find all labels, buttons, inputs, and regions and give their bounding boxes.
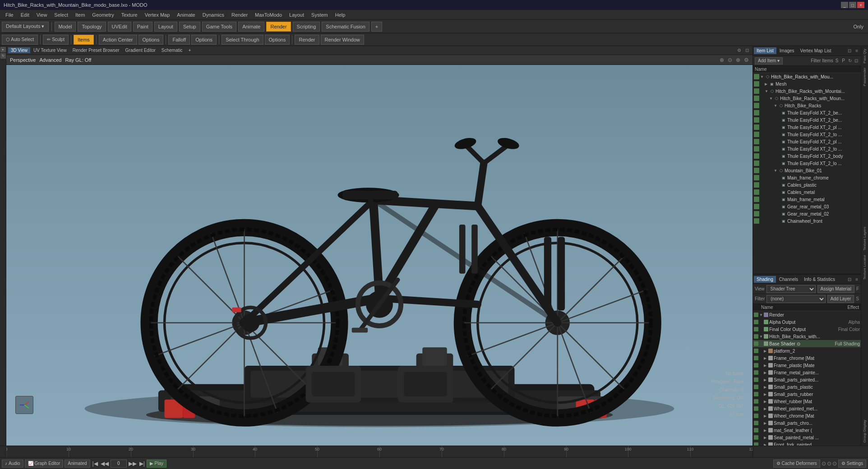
vtab-pass-qty[interactable]: Pass Qty [862,47,868,65]
item-text-17[interactable]: Main_frame_metal [787,197,860,202]
item-text-4[interactable]: Hitch_Bike_Racks [785,103,860,108]
vis-btn-2[interactable] [754,88,759,94]
shade-name-hitch[interactable]: Hitch_Bike_Racks_with... [769,334,824,339]
shade-vis-render[interactable] [754,313,758,317]
menu-item[interactable]: Item [72,11,88,18]
shade-name-wp[interactable]: Wheel_painted_met... [774,406,824,411]
shade-name-base[interactable]: Base Shader ⊙ [769,341,824,346]
panel-icon1[interactable]: ↻ [847,58,853,63]
add-item-btn[interactable]: Add Item ▾ [755,57,783,64]
item-row-7[interactable]: ▣ Thule EasyFold XT_2_pl ... [753,124,861,131]
animated-btn[interactable]: Animated [65,460,90,468]
vis-btn-9[interactable] [754,139,759,144]
shade-name-fm[interactable]: Frame_metal_painte... [774,370,824,375]
item-row-20[interactable]: ▣ Chainwheel_front [753,217,861,225]
assign-material-btn[interactable]: Assign Material [817,285,854,293]
tab-uv-texture[interactable]: UV Texture View [31,47,69,53]
shade-vis-plat[interactable] [754,349,758,353]
menu-dynamics[interactable]: Dynamics [199,11,228,18]
shade-expand-plat[interactable]: ▶ [764,349,768,353]
vis-btn-11[interactable] [754,153,759,159]
item-row-15[interactable]: ▣ Cables_plastic [753,181,861,189]
shade-name-wr[interactable]: Wheel_rubber [Mat [774,399,824,404]
plus-tab[interactable]: + [371,22,382,32]
settings-btn[interactable]: ⚙ Settings [838,460,866,468]
vis-btn-3[interactable] [754,96,759,101]
tab-vertex-map-list[interactable]: Vertex Map List [798,47,834,54]
perspective-label[interactable]: Perspective [10,57,36,63]
viewport-maximize-btn[interactable]: ⊡ [743,48,751,53]
raygl-label[interactable]: Ray GL: Off [65,57,91,63]
shade-vis-sl[interactable] [754,428,758,432]
shading-row-frame-metal[interactable]: ▶ Frame_metal_painte... [753,369,861,376]
shade-expand-render[interactable]: ▼ [759,313,764,317]
item-row-9[interactable]: ▣ Thule EasyFold XT_2_pl ... [753,138,861,145]
item-text-13[interactable]: Mountain_Bike_01 [785,168,860,173]
tab-info-statistics[interactable]: Info & Statistics [801,276,838,283]
item-row-12[interactable]: ▣ Thule EasyFold XT_2_lo ... [753,160,861,167]
shade-expand-wr[interactable]: ▶ [764,400,768,404]
shade-name-sm[interactable]: Seat_painted_metal ... [774,435,824,440]
shade-vis-final[interactable] [754,327,758,331]
shader-tree-dropdown[interactable]: Shader Tree [766,285,816,293]
shading-row-alpha[interactable]: Alpha Output Alpha [753,318,861,326]
vis-btn-17[interactable] [754,197,759,202]
item-text-20[interactable]: Chainwheel_front [787,219,860,224]
item-text-8[interactable]: Thule EasyFold XT_2_to ... [787,132,860,137]
shade-expand-hitch[interactable]: ▼ [759,335,764,339]
expand-3[interactable]: ▼ [769,97,774,101]
shade-vis-fp[interactable] [754,363,758,368]
shade-expand-sl[interactable]: ▶ [764,428,768,432]
item-row-13[interactable]: ▼ ⬡ Mountain_Bike_01 [753,167,861,174]
vtab-texture-layers[interactable]: Texture Layers [862,225,868,252]
shade-vis-fc[interactable] [754,356,758,360]
shading-row-front-fork[interactable]: ▶ Front_fork_painted ... [753,441,861,446]
cache-deformers-btn[interactable]: ⚙ Cache Deformers [773,460,820,468]
options3-btn[interactable]: Options [265,35,290,45]
shade-vis-fm[interactable] [754,370,758,375]
shade-name-render[interactable]: Render [769,313,824,317]
vis-btn-8[interactable] [754,132,759,137]
transport-2[interactable]: ⊙ [827,460,831,467]
vis-btn-1[interactable] [754,81,759,87]
render-tab[interactable]: Render [266,22,291,32]
shade-expand-sm[interactable]: ▶ [764,436,768,440]
scripting-tab[interactable]: Scripting [293,22,320,32]
vis-btn-12[interactable] [754,161,759,166]
item-row-18[interactable]: ▣ Gear_rear_metal_03 [753,203,861,210]
item-text-7[interactable]: Thule EasyFold XT_2_pl ... [787,125,860,130]
animate-tab[interactable]: Animate [238,22,264,32]
advanced-label[interactable]: Advanced [39,57,61,63]
shade-vis-sc[interactable] [754,421,758,425]
shading-row-small-rubber[interactable]: ▶ Small_parts_rubber [753,391,861,398]
vtab-group-display[interactable]: Group Display [862,418,868,445]
shade-expand-ff[interactable]: ▶ [764,443,768,446]
shade-name-ff[interactable]: Front_fork_painted ... [774,442,824,446]
item-list-content[interactable]: ▼ ⬡ Hitch_Bike_Racks_with_Mou... ▶ ▣ Mes… [753,73,861,274]
tab-images[interactable]: Images [777,47,797,54]
menu-geometry[interactable]: Geometry [88,11,117,18]
menu-render[interactable]: Render [228,11,251,18]
item-row-10[interactable]: ▣ Thule EasyFold XT_2_to ... [753,145,861,152]
item-text-1[interactable]: Mesh [776,82,860,87]
close-btn[interactable]: × [857,2,864,8]
shade-expand-wp[interactable]: ▶ [764,407,768,411]
timeline-ruler[interactable]: 0102030405060708090100110120 [6,446,753,457]
panel-icon2[interactable]: ⊡ [854,58,859,63]
options1-btn[interactable]: Options [139,35,164,45]
vis-btn-5[interactable] [754,110,759,115]
menu-animate[interactable]: Animate [173,11,199,18]
maximize-btn[interactable]: □ [849,2,856,8]
shading-row-render[interactable]: ▼ Render [753,311,861,318]
tab-gradient-editor[interactable]: Gradient Editor [123,47,158,53]
auto-select-btn[interactable]: ⬡ Auto Select [2,35,38,45]
shading-content[interactable]: ▼ Render Alpha Output Alpha [753,311,861,446]
vis-btn-18[interactable] [754,204,759,209]
shade-expand-fp[interactable]: ▶ [764,363,768,368]
tab-item-list[interactable]: Item List [754,47,776,54]
sculpt-btn[interactable]: ✏ Sculpt [43,35,69,45]
item-row-6[interactable]: ▣ Thule EasyFold XT_2_be... [753,116,861,124]
item-text-0[interactable]: Hitch_Bike_Racks_with_Mou... [771,74,860,79]
shade-expand-wc[interactable]: ▶ [764,414,768,418]
vtab-passrender[interactable]: Passrender [862,66,868,88]
